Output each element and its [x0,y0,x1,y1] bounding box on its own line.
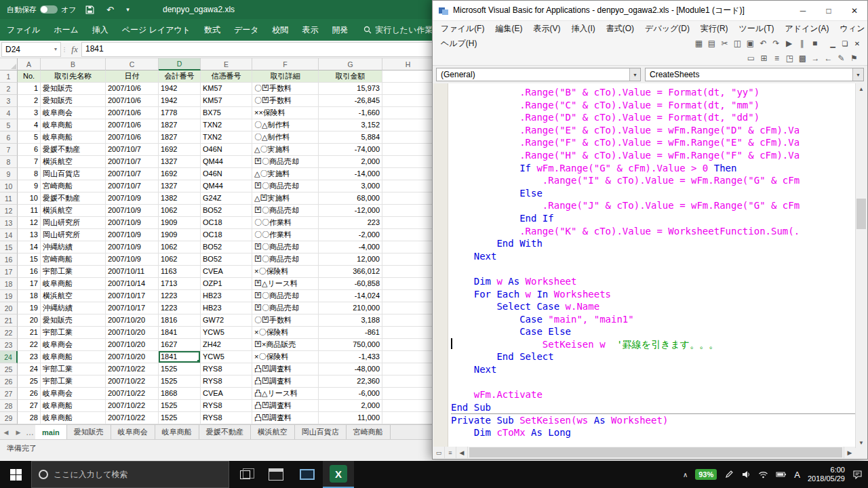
cell-G25[interactable]: -48,000 [319,363,382,375]
row-header-2[interactable]: 2 [0,83,18,95]
cell-B28[interactable]: 岐阜商船 [41,400,106,412]
cell-A2[interactable]: 1 [18,83,41,95]
cell-B19[interactable]: 横浜航空 [41,290,106,302]
cell-G23[interactable]: 750,000 [319,339,382,351]
cell-C28[interactable]: 2007/10/22 [106,400,159,412]
ribbon-tab-3[interactable]: ページ レイアウト [115,19,197,41]
cell-E1[interactable]: 信憑番号 [201,70,252,83]
ribbon-tab-8[interactable]: 開発 [326,19,355,41]
taskbar-search[interactable]: ここに入力して検索 [31,461,229,488]
cell-D4[interactable]: 1778 [159,107,201,119]
ime-mode-indicator[interactable]: A [794,470,800,480]
autosave-toggle[interactable]: 自動保存 オフ [7,5,77,15]
row-header-29[interactable]: 29 [0,412,18,424]
autosave-switch[interactable] [40,5,58,14]
cell-H3[interactable] [382,95,434,107]
code-line-15[interactable] [451,262,856,275]
cell-D21[interactable]: 1816 [159,314,201,327]
cell-C10[interactable]: 2007/10/7 [106,180,159,192]
cell-F21[interactable]: 〇凹手数料 [252,314,319,327]
cut-icon[interactable]: ✂ [718,37,731,50]
cell-E29[interactable]: RYS8 [201,412,252,424]
cell-E25[interactable]: RYS8 [201,363,252,375]
cell-A7[interactable]: 6 [18,144,41,156]
ribbon-tab-6[interactable]: 校閲 [266,19,296,41]
battery-icon[interactable] [776,470,787,479]
cell-F14[interactable]: 〇〇作業料 [252,229,319,241]
design-mode-icon[interactable]: ▭ [745,52,757,64]
ribbon-tab-4[interactable]: 数式 [197,19,227,41]
cell-G29[interactable]: 11,000 [319,412,382,424]
cell-D12[interactable]: 1062 [159,205,201,217]
cell-F22[interactable]: ×〇保険料 [252,327,319,339]
cell-C29[interactable]: 2007/10/22 [106,412,159,424]
module-close-button[interactable]: ✕ [851,40,863,47]
cell-G6[interactable]: 5,884 [319,131,382,144]
code-line-18[interactable]: Select Case w.Name [451,300,856,313]
column-header-A[interactable]: A [18,58,41,70]
cell-F10[interactable]: 凹〇商品売却 [252,180,319,192]
cell-F12[interactable]: 凹〇商品売却 [252,205,319,217]
cell-E5[interactable]: TXN2 [201,119,252,131]
cell-C3[interactable]: 2007/10/6 [106,95,159,107]
cell-A9[interactable]: 8 [18,168,41,180]
row-header-8[interactable]: 8 [0,156,18,168]
cell-E20[interactable]: HB23 [201,302,252,314]
cell-G16[interactable]: 12,000 [319,253,382,266]
cell-G21[interactable]: 3,188 [319,314,382,327]
cell-B18[interactable]: 岐阜商船 [41,278,106,290]
cell-H6[interactable] [382,131,434,144]
cell-D9[interactable]: 1692 [159,168,201,180]
vba-menu-9[interactable]: ウィンドウ(W) [835,21,868,36]
taskbar-excel-button[interactable]: X [323,461,354,488]
cell-H16[interactable] [382,253,434,266]
cell-C9[interactable]: 2007/10/7 [106,168,159,180]
paste-icon[interactable]: ▣ [744,37,757,50]
cell-A26[interactable]: 25 [18,375,41,388]
cell-G14[interactable]: -2,000 [319,229,382,241]
row-header-23[interactable]: 23 [0,339,18,351]
cell-H23[interactable] [382,339,434,351]
cell-D3[interactable]: 1942 [159,95,201,107]
cell-G17[interactable]: 366,012 [319,266,382,278]
cell-H20[interactable] [382,302,434,314]
break-icon[interactable]: ∥ [795,37,808,50]
cell-C17[interactable]: 2007/10/11 [106,266,159,278]
column-header-D[interactable]: D [159,58,201,70]
cell-C24[interactable]: 2007/10/20 [106,351,159,363]
cell-A13[interactable]: 12 [18,217,41,229]
cell-B26[interactable]: 宇部工業 [41,375,106,388]
cell-A23[interactable]: 22 [18,339,41,351]
cell-G4[interactable]: -1,660 [319,107,382,119]
cell-H11[interactable] [382,192,434,205]
cell-C25[interactable]: 2007/10/22 [106,363,159,375]
code-line-5[interactable]: .Range("F" & cTo).Value = wFm.Range("E" … [451,136,856,149]
cell-G28[interactable]: 2,000 [319,400,382,412]
cell-H10[interactable] [382,180,434,192]
cell-E28[interactable]: RYS8 [201,400,252,412]
sheet-tab-main[interactable]: main [35,425,67,439]
scroll-right-icon[interactable]: ▶ [844,447,855,458]
task-view-button[interactable] [229,461,260,488]
cell-H28[interactable] [382,400,434,412]
cell-F27[interactable]: 凸△リース料 [252,388,319,400]
cell-H24[interactable] [382,351,434,363]
cell-H14[interactable] [382,229,434,241]
cell-H29[interactable] [382,412,434,424]
sheet-nav-more[interactable]: … [24,425,35,439]
name-box-dropdown-icon[interactable]: ▾ [54,46,57,52]
sheet-tab-岐阜商船[interactable]: 岐阜商船 [155,425,199,439]
code-line-19[interactable]: Case "main", "main1" [451,313,856,326]
cell-G10[interactable]: 3,000 [319,180,382,192]
vba-menu-2[interactable]: 表示(V) [528,21,566,36]
cell-D15[interactable]: 1062 [159,241,201,253]
cell-E19[interactable]: HB23 [201,290,252,302]
cell-A18[interactable]: 17 [18,278,41,290]
cell-A27[interactable]: 26 [18,388,41,400]
cell-B9[interactable]: 岡山百貨店 [41,168,106,180]
cell-C12[interactable]: 2007/10/9 [106,205,159,217]
vertical-scroll-thumb[interactable] [856,199,866,229]
cell-E15[interactable]: BO52 [201,241,252,253]
code-line-12[interactable]: .Range("K" & cTo).Value = WorksheetFunct… [451,225,856,238]
cell-D17[interactable]: 1163 [159,266,201,278]
